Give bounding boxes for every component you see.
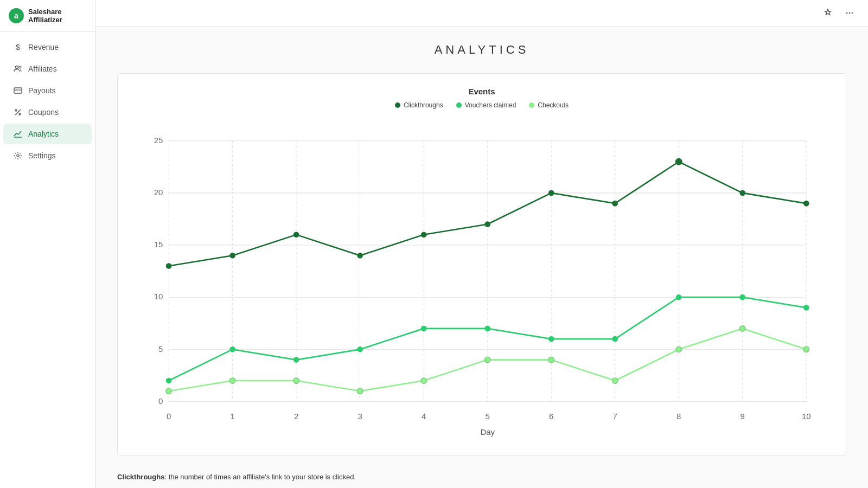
vouchers-label: Vouchers claimed [465,101,516,109]
sidebar-label-affiliates: Affiliates [28,65,57,73]
dollar-icon: $ [13,42,23,52]
svg-point-56 [675,158,682,165]
svg-text:10: 10 [154,292,163,301]
svg-point-80 [803,346,809,352]
svg-text:25: 25 [154,136,163,145]
sidebar-nav: $ Revenue Affiliates [0,32,95,171]
more-icon[interactable] [842,5,857,21]
svg-point-79 [739,326,745,332]
sidebar-item-revenue[interactable]: $ Revenue [3,37,92,57]
topbar [95,0,868,27]
main-content: ANALYTICS Events Clickthroughs Vouchers … [95,0,868,488]
svg-point-51 [357,253,363,259]
sidebar-item-affiliates[interactable]: Affiliates [3,59,92,79]
svg-text:20: 20 [154,188,163,197]
sidebar-label-settings: Settings [28,151,56,160]
svg-point-49 [229,253,235,259]
clickthroughs-dot [395,102,400,108]
svg-text:4: 4 [422,412,426,421]
svg-text:0: 0 [167,412,171,421]
svg-point-52 [421,232,427,237]
svg-text:7: 7 [613,412,617,421]
svg-point-65 [548,336,554,342]
svg-point-73 [357,388,363,394]
svg-point-75 [484,357,490,363]
sidebar-label-analytics: Analytics [28,130,59,138]
svg-point-64 [484,326,490,332]
clickthroughs-definition: : the number of times an affiliate's lin… [164,473,356,481]
events-chart: .grid-line { stroke: #e0e0e0; stroke-wid… [134,118,829,442]
svg-text:5: 5 [158,344,163,354]
svg-text:10: 10 [802,412,811,421]
app-logo: a [9,8,24,23]
svg-point-12 [852,12,853,14]
svg-point-11 [849,12,851,14]
svg-point-1 [16,66,18,69]
svg-point-60 [229,346,235,352]
chart-title: Events [134,87,829,96]
svg-point-76 [548,357,554,363]
svg-point-53 [484,221,490,227]
svg-point-78 [676,346,682,352]
sidebar-item-payouts[interactable]: Payouts [3,80,92,101]
svg-point-48 [166,263,172,269]
credit-card-icon [13,86,23,95]
svg-text:9: 9 [741,412,745,421]
svg-rect-3 [14,88,22,93]
percent-icon [13,107,23,117]
chart-card: Events Clickthroughs Vouchers claimed Ch… [117,73,846,455]
sidebar: a Saleshare Affiliatizer $ Revenue [0,0,95,488]
svg-point-72 [293,378,299,384]
svg-text:5: 5 [486,412,490,421]
svg-text:15: 15 [154,240,163,249]
svg-text:$: $ [16,43,20,52]
sidebar-label-revenue: Revenue [28,43,59,52]
vouchers-dot [456,102,462,108]
svg-text:2: 2 [294,412,298,421]
svg-point-70 [166,388,172,394]
sidebar-header: a Saleshare Affiliatizer [0,0,95,32]
sidebar-label-coupons: Coupons [28,108,59,117]
page-content: ANALYTICS Events Clickthroughs Vouchers … [95,27,868,488]
svg-point-57 [739,190,745,196]
app-title: Saleshare Affiliatizer [28,8,86,24]
svg-point-67 [676,294,682,300]
legend-checkouts: Checkouts [529,101,569,109]
sidebar-item-analytics[interactable]: Analytics [3,124,92,144]
legend-vouchers: Vouchers claimed [456,101,516,109]
svg-point-71 [229,378,235,384]
chart-legend: Clickthroughs Vouchers claimed Checkouts [134,101,829,109]
gear-icon [13,151,23,160]
clickthroughs-term: Clickthroughs [117,473,164,481]
svg-point-7 [19,113,21,115]
svg-point-74 [421,378,427,384]
svg-point-69 [803,305,809,311]
svg-point-63 [421,326,427,332]
checkouts-dot [529,102,534,108]
svg-text:6: 6 [549,412,553,421]
clickthroughs-label: Clickthroughs [404,101,443,109]
logo-letter: a [14,11,18,20]
svg-point-9 [17,155,19,157]
svg-text:0: 0 [158,396,163,406]
svg-point-55 [612,201,618,207]
sidebar-item-settings[interactable]: Settings [3,145,92,166]
svg-text:Day: Day [480,427,495,436]
svg-text:8: 8 [676,412,681,421]
pin-icon[interactable] [820,5,835,21]
svg-text:1: 1 [230,412,234,421]
people-icon [13,64,23,74]
chart-icon [13,129,23,139]
sidebar-label-payouts: Payouts [28,86,56,95]
chart-container: .grid-line { stroke: #e0e0e0; stroke-wid… [134,118,829,444]
svg-point-62 [357,346,363,352]
page-title: ANALYTICS [117,43,846,57]
svg-text:3: 3 [358,412,362,421]
footer-description: Clickthroughs: the number of times an af… [117,472,846,483]
svg-point-59 [166,378,172,384]
svg-point-50 [293,232,299,237]
checkouts-label: Checkouts [538,101,569,109]
sidebar-item-coupons[interactable]: Coupons [3,102,92,123]
svg-point-68 [739,294,745,300]
svg-point-2 [19,66,21,68]
